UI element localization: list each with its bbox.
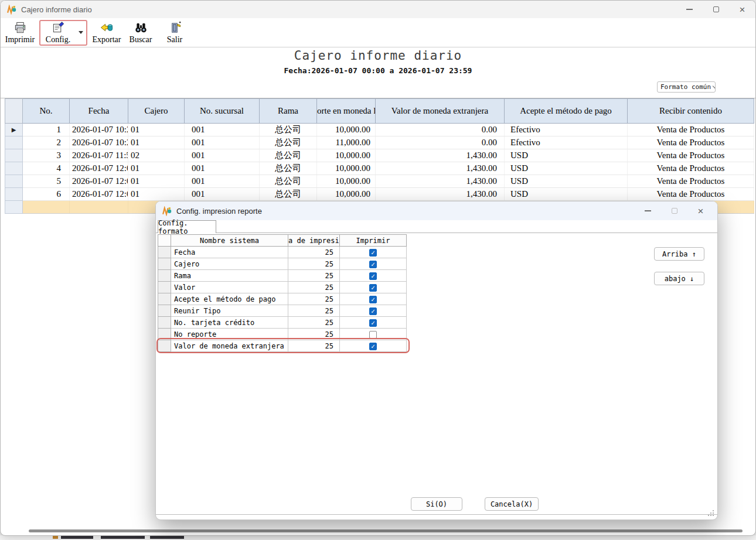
column-header-recibir[interactable]: Recibir contenido [628,99,754,124]
format-dropdown[interactable]: Formato común [657,81,716,93]
table-row[interactable]: 5 2026-01-07 12:0 01 001 总公司 10,000.00 1… [5,175,754,188]
table-row[interactable]: 4 2026-01-07 12:0 01 001 总公司 10,000.00 1… [5,162,754,175]
move-up-button[interactable]: Arriba ↑ [654,247,704,261]
cell-extranjera[interactable]: 1,430.00 [376,162,505,175]
cancel-button[interactable]: Cancela(X) [485,497,539,511]
cell-importe[interactable]: 10,000.00 [317,124,376,136]
column-header-sucursal[interactable]: No. sucursal [185,99,260,124]
field-name-cell[interactable]: Fecha [171,247,288,258]
cell-metodo[interactable]: Efectivo [505,136,628,149]
table-row[interactable]: 6 2026-01-07 12:0 01 001 总公司 10,000.00 1… [5,188,754,201]
cell-sucursal[interactable]: 001 [185,175,260,188]
cell-rama[interactable]: 总公司 [260,149,317,162]
row-selector[interactable] [158,258,171,270]
cell-recibir[interactable]: Venta de Productos [628,124,754,136]
cell-sucursal[interactable]: 001 [185,149,260,162]
config-button[interactable]: Config. [41,20,75,46]
cell-rama[interactable]: 总公司 [260,136,317,149]
ok-button[interactable]: Si(O) [411,497,462,511]
print-width-cell[interactable]: 25 [288,270,340,282]
imprimir-checkbox[interactable] [369,296,377,303]
cell-fecha[interactable]: 2026-01-07 12:0 [70,188,128,201]
cell-recibir[interactable]: Venta de Productos [628,149,754,162]
column-header-extranjera[interactable]: Valor de moneda extranjera [376,99,505,124]
scrollbar-thumb[interactable] [29,529,743,532]
horizontal-scrollbar[interactable] [3,527,753,535]
field-name-cell[interactable]: No reporte [171,329,288,340]
cell-metodo[interactable]: USD [505,188,628,201]
print-width-cell[interactable]: 25 [288,340,340,352]
field-name-cell[interactable]: Reunir Tipo [171,305,288,317]
cell-fecha[interactable]: 2026-01-07 11:5 [70,149,128,162]
cell-cajero[interactable]: 01 [128,188,185,201]
config-dropdown-arrow-icon[interactable] [79,31,83,34]
close-button[interactable]: × [729,1,755,18]
cell-no[interactable]: 6 [23,188,70,201]
dialog-grid-row[interactable]: Rama 25 [158,270,407,282]
cell-no[interactable]: 1 [23,124,70,136]
dialog-grid-row[interactable]: Acepte el método de pago 25 [158,293,407,305]
dialog-grid-row[interactable]: No reporte 25 [158,329,407,340]
field-name-cell[interactable]: Cajero [171,258,288,270]
imprimir-checkbox[interactable] [369,249,377,257]
cell-rama[interactable]: 总公司 [260,175,317,188]
cell-importe[interactable]: 10,000.00 [317,149,376,162]
cell-no[interactable]: 2 [23,136,70,149]
cell-extranjera[interactable]: 1,430.00 [376,175,505,188]
print-width-cell[interactable]: 25 [288,282,340,293]
column-header-fecha[interactable]: Fecha [70,99,128,124]
row-selector[interactable] [5,201,23,214]
cell-recibir[interactable]: Venta de Productos [628,136,754,149]
cell-sucursal[interactable]: 001 [185,188,260,201]
cell-fecha[interactable]: 2026-01-07 12:0 [70,162,128,175]
imprimir-checkbox[interactable] [369,343,377,350]
buscar-button[interactable]: Buscar [124,20,158,46]
row-selector[interactable] [158,293,171,305]
field-name-cell[interactable]: Rama [171,270,288,282]
cell-rama[interactable]: 总公司 [260,162,317,175]
cell-importe[interactable]: 10,000.00 [317,188,376,201]
cell-metodo[interactable]: USD [505,175,628,188]
cell-extranjera[interactable]: 0.00 [376,124,505,136]
imprimir-checkbox[interactable] [369,331,377,339]
imprimir-checkbox[interactable] [369,272,377,280]
cell-rama[interactable]: 总公司 [260,188,317,201]
dialog-grid-row[interactable]: Reunir Tipo 25 [158,305,407,317]
imprimir-checkbox[interactable] [369,261,377,268]
print-width-cell[interactable]: 25 [288,258,340,270]
cell-importe[interactable]: 10,000.00 [317,162,376,175]
column-header-metodo-pago[interactable]: Acepte el método de pago [505,99,628,124]
row-selector[interactable] [158,247,171,258]
cell-extranjera[interactable]: 1,430.00 [376,149,505,162]
cell-metodo[interactable]: USD [505,162,628,175]
row-selector[interactable] [158,329,171,340]
column-header-rama[interactable]: Rama [260,99,317,124]
cell-no[interactable]: 4 [23,162,70,175]
maximize-button[interactable] [703,1,729,18]
dialog-maximize-button[interactable] [661,201,687,220]
resize-grip[interactable] [707,509,714,517]
cell-sucursal[interactable]: 001 [185,136,260,149]
imprimir-checkbox[interactable] [369,307,377,315]
cell-cajero[interactable]: 02 [128,149,185,162]
row-selector-current[interactable]: ▶ [5,124,23,136]
salir-button[interactable]: Salir [158,20,192,46]
cell-sucursal[interactable]: 001 [185,162,260,175]
table-row[interactable]: ▶ 1 2026-01-07 10:2 01 001 总公司 10,000.00… [5,124,754,136]
print-width-cell[interactable]: 25 [288,247,340,258]
cell-recibir[interactable]: Venta de Productos [628,162,754,175]
row-selector[interactable] [158,270,171,282]
cell-fecha[interactable]: 2026-01-07 10:2 [70,136,128,149]
cell-extranjera[interactable]: 0.00 [376,136,505,149]
row-selector[interactable] [158,317,171,329]
column-header-cajero[interactable]: Cajero [128,99,185,124]
cell-importe[interactable]: 10,000.00 [317,175,376,188]
cell-recibir[interactable]: Venta de Productos [628,175,754,188]
dialog-grid-row[interactable]: Fecha 25 [158,247,407,258]
imprimir-checkbox[interactable] [369,319,377,327]
cell-recibir[interactable]: Venta de Productos [628,188,754,201]
table-row[interactable]: 3 2026-01-07 11:5 02 001 总公司 10,000.00 1… [5,149,754,162]
cell-fecha[interactable]: 2026-01-07 10:2 [70,124,128,136]
cell-extranjera[interactable]: 1,430.00 [376,188,505,201]
field-name-cell[interactable]: Valor de moneda extranjera [171,340,288,352]
